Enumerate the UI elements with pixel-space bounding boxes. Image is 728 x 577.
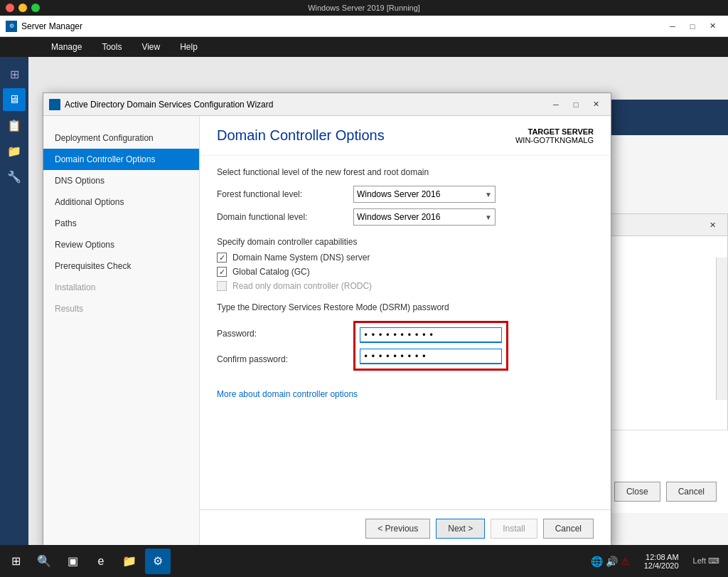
dest-scrollbar[interactable]	[716, 258, 727, 400]
domain-functional-level-dropdown[interactable]: Windows Server 2016 ▼	[353, 208, 496, 226]
os-titlebar: Windows Server 2019 [Running]	[0, 0, 728, 16]
os-window-controls[interactable]	[6, 4, 40, 12]
wizard-minimize-button[interactable]: ─	[547, 97, 565, 112]
keyboard-layout: Left ⌨	[687, 556, 725, 566]
sidebar-icon-dashboard[interactable]: ⊞	[3, 63, 26, 85]
domain-functional-level-value: Windows Server 2016	[357, 212, 440, 222]
select-functional-level-text: Select functional level of the new fores…	[217, 167, 594, 177]
domain-functional-level-row: Domain functional level: Windows Server …	[217, 208, 594, 226]
wizard-header: Domain Controller Options TARGET SERVER …	[200, 116, 611, 156]
wizard-body: Deployment Configuration Domain Controll…	[43, 116, 611, 545]
menu-item-manage[interactable]: Manage	[43, 39, 90, 55]
wizard-close-button[interactable]: ✕	[587, 97, 605, 112]
gc-checkbox-row: Global Catalog (GC)	[217, 267, 594, 277]
start-button[interactable]: ⊞	[3, 549, 28, 574]
cancel-button[interactable]: Cancel	[543, 519, 594, 539]
wizard-maximize-button[interactable]: □	[567, 97, 585, 112]
target-server-info: TARGET SERVER WIN-GO7TKNGMALG	[515, 127, 594, 144]
wizard-dialog: Active Directory Domain Services Configu…	[43, 92, 611, 545]
sidebar-icon-servers[interactable]: 📋	[3, 114, 26, 137]
sm-window-controls[interactable]: ─ □ ✕	[663, 18, 722, 34]
forest-functional-level-row: Forest functional level: Windows Server …	[217, 186, 594, 203]
server-manager-titlebar: ⚙ Server Manager ─ □ ✕	[0, 16, 728, 37]
os-maximize-button[interactable]	[31, 4, 40, 12]
confirm-password-input-row	[360, 349, 502, 364]
dns-checkbox-row: Domain Name System (DNS) server	[217, 253, 594, 263]
os-minimize-button[interactable]	[18, 4, 27, 12]
specify-capabilities-text: Specify domain controller capabilities	[217, 237, 594, 247]
nav-review-options[interactable]: Review Options	[43, 234, 199, 255]
wizard-page-title: Domain Controller Options	[217, 127, 385, 144]
confirm-password-label: Confirm password:	[217, 354, 295, 364]
forest-functional-level-dropdown[interactable]: Windows Server 2016 ▼	[353, 186, 496, 203]
wizard-footer: < Previous Next > Install Cancel	[200, 509, 611, 545]
tray-icons: 🌐 🔊 ⚠	[585, 556, 636, 567]
tray-icon-volume: 🔊	[606, 556, 618, 567]
domain-functional-level-label: Domain functional level:	[217, 212, 345, 222]
wizard-title: Active Directory Domain Services Configu…	[65, 100, 542, 110]
nav-results: Results	[43, 298, 199, 319]
sm-maximize-button[interactable]: □	[682, 18, 702, 34]
password-input-row	[360, 327, 502, 343]
nav-additional-options[interactable]: Additional Options	[43, 191, 199, 213]
server-manager-content: DESTINATION SERVER ✕ WIN-GO7TKNGMALG Hid…	[28, 57, 728, 545]
capabilities-section: Specify domain controller capabilities D…	[217, 237, 594, 291]
forest-functional-level-label: Forest functional level:	[217, 189, 345, 199]
rodc-checkbox-row: Read only domain controller (RODC)	[217, 281, 594, 291]
password-highlight-box	[353, 321, 508, 371]
taskbar-explorer-button[interactable]: 📁	[117, 549, 142, 574]
server-manager-window: ⚙ Server Manager ─ □ ✕ Manage Tools View…	[0, 16, 728, 545]
sidebar-icon-tools[interactable]: 🔧	[3, 165, 26, 188]
more-about-dc-options-link[interactable]: More about domain controller options	[217, 389, 594, 399]
password-label: Password:	[217, 329, 295, 339]
forest-functional-level-value: Windows Server 2016	[357, 189, 440, 199]
nav-deployment-config[interactable]: Deployment Configuration	[43, 127, 199, 149]
sm-minimize-button[interactable]: ─	[663, 18, 682, 34]
nav-prerequisites[interactable]: Prerequisites Check	[43, 255, 199, 277]
os-close-button[interactable]	[6, 4, 14, 12]
menu-item-help[interactable]: Help	[171, 39, 206, 55]
wizard-titlebar: Active Directory Domain Services Configu…	[43, 93, 611, 116]
search-button[interactable]: 🔍	[31, 549, 57, 574]
nav-dns-options[interactable]: DNS Options	[43, 170, 199, 191]
sidebar-icon-local[interactable]: 🖥	[3, 88, 26, 111]
menu-item-tools[interactable]: Tools	[93, 39, 130, 55]
sm-close-button[interactable]: ✕	[702, 18, 722, 34]
taskbar-ie-button[interactable]: e	[88, 549, 114, 574]
taskbar: ⊞ 🔍 ▣ e 📁 ⚙ 🌐 🔊 ⚠ 12:08 AM 12/4/2020 Lef…	[0, 545, 728, 577]
dsrm-title: Type the Directory Services Restore Mode…	[217, 302, 594, 312]
server-manager-title: Server Manager	[21, 21, 82, 31]
server-manager-body: ⊞ 🖥 📋 📁 🔧 DESTINATION SERVER ✕ WIN-GO7TK…	[0, 57, 728, 545]
task-view-button[interactable]: ▣	[60, 549, 85, 574]
taskbar-clock: 12:08 AM 12/4/2020	[638, 553, 685, 570]
previous-button[interactable]: < Previous	[365, 519, 430, 539]
dns-checkbox-label: Domain Name System (DNS) server	[232, 253, 370, 263]
dsrm-section: Type the Directory Services Restore Mode…	[217, 302, 594, 372]
next-button[interactable]: Next >	[436, 519, 485, 539]
tray-icon-warning: ⚠	[621, 556, 630, 567]
dest-close-button[interactable]: ✕	[703, 217, 722, 233]
target-server-name: WIN-GO7TKNGMALG	[515, 136, 594, 144]
wizard-controls[interactable]: ─ □ ✕	[547, 97, 605, 112]
menu-item-view[interactable]: View	[133, 39, 168, 55]
sidebar-icon-roles[interactable]: 📁	[3, 139, 26, 162]
confirm-label-row: Confirm password:	[217, 346, 353, 372]
nav-dc-options[interactable]: Domain Controller Options	[43, 149, 199, 170]
gc-checkbox-label: Global Catalog (GC)	[232, 267, 310, 277]
taskbar-server-manager-button[interactable]: ⚙	[145, 549, 171, 574]
bg-cancel-button[interactable]: Cancel	[666, 482, 717, 502]
rodc-checkbox	[217, 281, 227, 291]
password-label-row: Password:	[217, 321, 353, 346]
wizard-main-content: Domain Controller Options TARGET SERVER …	[200, 116, 611, 545]
password-input[interactable]	[360, 327, 502, 343]
password-labels: Password: Confirm password:	[217, 321, 353, 372]
confirm-password-input[interactable]	[360, 349, 502, 364]
gc-checkbox[interactable]	[217, 267, 227, 277]
server-manager-menubar: Manage Tools View Help	[0, 37, 728, 57]
bg-close-button[interactable]: Close	[614, 482, 660, 502]
nav-installation: Installation	[43, 277, 199, 298]
nav-paths[interactable]: Paths	[43, 213, 199, 234]
rodc-checkbox-label: Read only domain controller (RODC)	[232, 281, 372, 291]
dns-checkbox[interactable]	[217, 253, 227, 263]
tray-icon-network: 🌐	[591, 556, 603, 567]
